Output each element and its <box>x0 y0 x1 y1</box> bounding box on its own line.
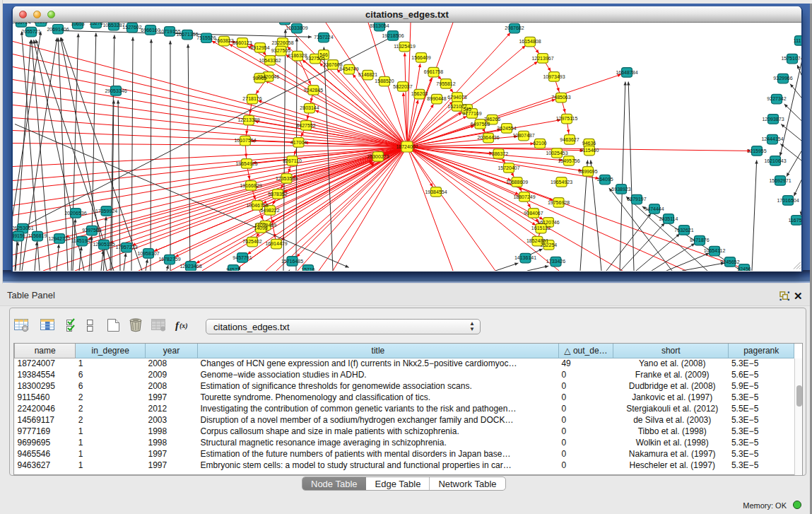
svg-text:3624554: 3624554 <box>497 126 516 131</box>
svg-text:7625402: 7625402 <box>242 239 261 244</box>
svg-text:12444154: 12444154 <box>761 136 783 141</box>
svg-text:12975115: 12975115 <box>556 116 578 121</box>
svg-text:10046758: 10046758 <box>246 203 268 208</box>
svg-text:98965: 98965 <box>253 76 267 81</box>
svg-text:29053346: 29053346 <box>105 88 126 93</box>
svg-text:9115460: 9115460 <box>580 148 599 153</box>
svg-text:19654925: 19654925 <box>235 161 257 166</box>
svg-text:23226058: 23226058 <box>271 40 293 45</box>
svg-text:17016504: 17016504 <box>777 198 799 203</box>
svg-text:9146821: 9146821 <box>358 72 377 77</box>
svg-text:12213389: 12213389 <box>237 117 259 122</box>
svg-text:18724007: 18724007 <box>396 144 418 149</box>
svg-text:3215955: 3215955 <box>747 148 766 153</box>
svg-text:16210643: 16210643 <box>764 158 786 163</box>
svg-text:15751074: 15751074 <box>781 56 801 61</box>
svg-text:2055724: 2055724 <box>13 23 31 25</box>
svg-text:2718176: 2718176 <box>242 96 261 101</box>
svg-text:17957223: 17957223 <box>115 245 137 250</box>
svg-text:20364436: 20364436 <box>477 135 499 140</box>
svg-text:9084067: 9084067 <box>524 211 543 216</box>
svg-text:19654923: 19654923 <box>551 180 572 185</box>
svg-text:1588520: 1588520 <box>375 78 394 83</box>
svg-text:8454749: 8454749 <box>339 66 358 71</box>
svg-text:9457791: 9457791 <box>233 255 252 260</box>
svg-text:10688609: 10688609 <box>506 180 528 185</box>
svg-text:5878352: 5878352 <box>268 192 287 197</box>
svg-text:8267110: 8267110 <box>283 158 302 163</box>
svg-text:1615132: 1615132 <box>531 226 551 230</box>
svg-text:6961758: 6961758 <box>424 69 443 74</box>
svg-text:14136141: 14136141 <box>514 255 536 260</box>
svg-text:12923468: 12923468 <box>180 264 201 269</box>
svg-text:11172: 11172 <box>794 38 801 43</box>
svg-text:1527602: 1527602 <box>122 25 141 30</box>
svg-text:8186328: 8186328 <box>288 53 307 58</box>
svg-text:10653: 10653 <box>71 23 85 26</box>
svg-text:2055721: 2055721 <box>21 29 40 34</box>
svg-text:15716485: 15716485 <box>281 259 303 264</box>
svg-text:9327505: 9327505 <box>271 48 290 53</box>
svg-text:19756928: 19756928 <box>548 200 570 205</box>
svg-text:1566409: 1566409 <box>411 55 430 60</box>
svg-text:16120746: 16120746 <box>537 220 559 225</box>
svg-text:9463627: 9463627 <box>560 137 579 142</box>
svg-text:8427552: 8427552 <box>296 123 315 128</box>
svg-text:9329966: 9329966 <box>773 76 792 81</box>
svg-text:9227342: 9227342 <box>767 96 786 101</box>
svg-text:10958107: 10958107 <box>137 251 159 256</box>
svg-text:25300273: 25300273 <box>367 154 389 159</box>
svg-text:(x): (x) <box>180 322 188 330</box>
svg-text:16782759: 16782759 <box>158 257 180 262</box>
svg-text:7357224: 7357224 <box>314 35 333 40</box>
svg-text:39159: 39159 <box>13 233 25 238</box>
svg-text:20691406: 20691406 <box>47 27 69 32</box>
svg-text:15495756: 15495756 <box>558 158 579 163</box>
svg-text:546: 546 <box>319 52 328 57</box>
svg-text:12942737: 12942737 <box>48 236 70 241</box>
svg-text:10025453: 10025453 <box>546 151 567 156</box>
svg-text:19166829: 19166829 <box>240 183 261 188</box>
svg-text:8471876: 8471876 <box>690 238 709 243</box>
svg-text:17359924: 17359924 <box>95 209 117 214</box>
svg-text:1156819: 1156819 <box>28 233 47 238</box>
svg-text:18807249: 18807249 <box>513 194 535 199</box>
svg-text:164095: 164095 <box>596 177 613 182</box>
svg-text:19218506: 19218506 <box>382 33 404 38</box>
svg-text:12905185: 12905185 <box>93 242 114 247</box>
svg-text:7955812: 7955812 <box>436 81 455 86</box>
svg-text:2935114: 2935114 <box>659 216 678 221</box>
svg-text:16154808: 16154808 <box>519 39 541 44</box>
svg-text:7632621: 7632621 <box>674 228 693 233</box>
svg-text:9242845: 9242845 <box>304 88 323 93</box>
svg-text:19384554: 19384554 <box>425 189 447 194</box>
svg-text:7663822: 7663822 <box>214 38 233 43</box>
svg-text:10807487: 10807487 <box>512 133 534 138</box>
svg-text:9899695: 9899695 <box>578 169 597 174</box>
svg-text:156203: 156203 <box>411 91 428 96</box>
svg-text:92456: 92456 <box>737 267 751 271</box>
svg-text:26253061: 26253061 <box>13 226 34 230</box>
svg-text:11325419: 11325419 <box>394 44 416 49</box>
svg-text:20891: 20891 <box>34 23 48 24</box>
svg-text:9777169: 9777169 <box>462 111 481 116</box>
svg-text:10543362: 10543362 <box>259 58 281 63</box>
svg-text:12353594: 12353594 <box>276 176 298 181</box>
svg-text:10107554: 10107554 <box>234 138 256 143</box>
svg-text:15720407: 15720407 <box>498 165 519 170</box>
svg-text:15716: 15716 <box>301 267 315 271</box>
svg-text:15692971: 15692971 <box>769 178 791 183</box>
svg-text:9245652: 9245652 <box>720 259 739 264</box>
svg-text:6497568: 6497568 <box>471 122 490 127</box>
svg-text:10654112: 10654112 <box>704 248 726 253</box>
svg-text:8660123: 8660123 <box>233 40 252 45</box>
svg-text:5822037: 5822037 <box>393 84 412 89</box>
svg-text:16914479: 16914479 <box>265 241 287 246</box>
svg-text:16033809: 16033809 <box>286 25 307 30</box>
svg-text:6966160: 6966160 <box>141 28 160 33</box>
svg-text:7515526: 7515526 <box>196 35 216 40</box>
svg-text:12093873: 12093873 <box>762 117 784 122</box>
svg-text:9474444: 9474444 <box>645 206 664 211</box>
svg-text:16671355: 16671355 <box>176 32 198 37</box>
svg-text:12213967: 12213967 <box>531 56 553 61</box>
